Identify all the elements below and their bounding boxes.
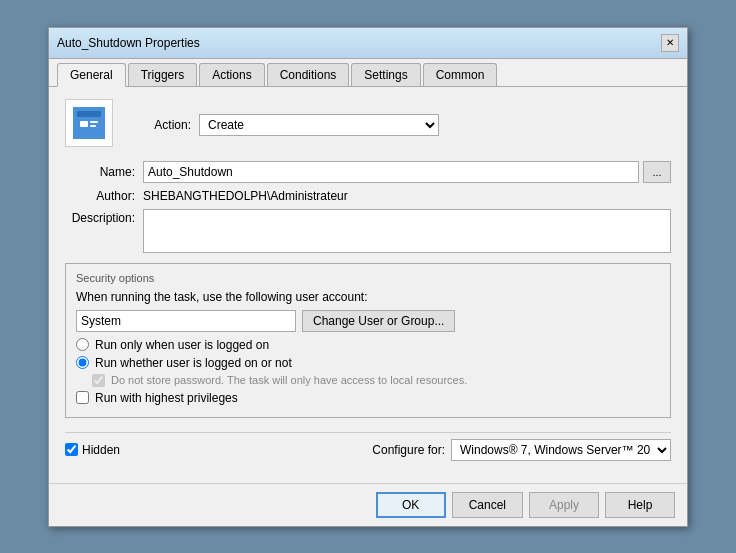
action-field-row: Action: Create Edit Delete: [121, 114, 671, 136]
configure-row: Configure for: Windows® 7, Windows Serve…: [372, 439, 671, 461]
tab-conditions[interactable]: Conditions: [267, 63, 350, 86]
tab-bar: General Triggers Actions Conditions Sett…: [49, 59, 687, 87]
author-row: Author: SHEBANGTHEDOLPH\Administrateur: [65, 189, 671, 203]
action-label: Action:: [121, 118, 191, 132]
ok-button[interactable]: OK: [376, 492, 446, 518]
run-highest-label: Run with highest privileges: [95, 391, 238, 405]
name-row: Name: ...: [65, 161, 671, 183]
tab-settings[interactable]: Settings: [351, 63, 420, 86]
apply-button[interactable]: Apply: [529, 492, 599, 518]
general-tab-content: Action: Create Edit Delete Name: ... Aut…: [49, 87, 687, 483]
tab-general[interactable]: General: [57, 63, 126, 87]
task-icon: [65, 99, 113, 147]
properties-window: Auto_Shutdown Properties ✕ General Trigg…: [48, 27, 688, 527]
user-account-label-row: When running the task, use the following…: [76, 290, 660, 304]
button-row: OK Cancel Apply Help: [49, 483, 687, 526]
security-group-title: Security options: [76, 272, 660, 284]
user-account-input[interactable]: [76, 310, 296, 332]
no-password-checkbox: [92, 374, 105, 387]
cancel-button[interactable]: Cancel: [452, 492, 523, 518]
name-label: Name:: [65, 165, 135, 179]
run-only-label: Run only when user is logged on: [95, 338, 269, 352]
help-button[interactable]: Help: [605, 492, 675, 518]
hidden-checkbox[interactable]: [65, 443, 78, 456]
window-title: Auto_Shutdown Properties: [57, 36, 200, 50]
configure-select[interactable]: Windows® 7, Windows Server™ 2008R2 Windo…: [451, 439, 671, 461]
svg-rect-4: [90, 125, 96, 127]
action-field-group: Action: Create Edit Delete: [121, 114, 671, 136]
svg-rect-2: [80, 121, 88, 127]
svg-rect-3: [90, 121, 98, 123]
run-only-radio[interactable]: [76, 338, 89, 351]
hidden-label: Hidden: [82, 443, 120, 457]
action-row: Action: Create Edit Delete: [65, 99, 671, 151]
description-label: Description:: [65, 211, 135, 225]
user-account-row: Change User or Group...: [76, 310, 660, 332]
configure-label: Configure for:: [372, 443, 445, 457]
run-whether-radio[interactable]: [76, 356, 89, 369]
task-icon-inner: [73, 107, 105, 139]
hidden-check-group: Hidden: [65, 443, 120, 457]
password-note-row: Do not store password. The task will onl…: [92, 374, 660, 387]
bottom-row: Hidden Configure for: Windows® 7, Window…: [65, 432, 671, 467]
password-note: Do not store password. The task will onl…: [111, 374, 467, 386]
tab-triggers[interactable]: Triggers: [128, 63, 198, 86]
change-user-group-button[interactable]: Change User or Group...: [302, 310, 455, 332]
description-row: Description:: [65, 209, 671, 253]
user-account-label: When running the task, use the following…: [76, 290, 368, 304]
tab-common[interactable]: Common: [423, 63, 498, 86]
svg-rect-1: [77, 111, 101, 117]
tab-actions[interactable]: Actions: [199, 63, 264, 86]
run-whether-label: Run whether user is logged on or not: [95, 356, 292, 370]
author-label: Author:: [65, 189, 135, 203]
run-highest-row: Run with highest privileges: [76, 391, 660, 405]
name-field-group: ...: [143, 161, 671, 183]
close-button[interactable]: ✕: [661, 34, 679, 52]
security-options-group: Security options When running the task, …: [65, 263, 671, 418]
run-highest-checkbox[interactable]: [76, 391, 89, 404]
run-whether-row: Run whether user is logged on or not: [76, 356, 660, 370]
name-input[interactable]: [143, 161, 639, 183]
run-only-row: Run only when user is logged on: [76, 338, 660, 352]
browse-button[interactable]: ...: [643, 161, 671, 183]
author-value: SHEBANGTHEDOLPH\Administrateur: [143, 189, 348, 203]
title-bar: Auto_Shutdown Properties ✕: [49, 28, 687, 59]
description-textarea[interactable]: [143, 209, 671, 253]
action-select[interactable]: Create Edit Delete: [199, 114, 439, 136]
